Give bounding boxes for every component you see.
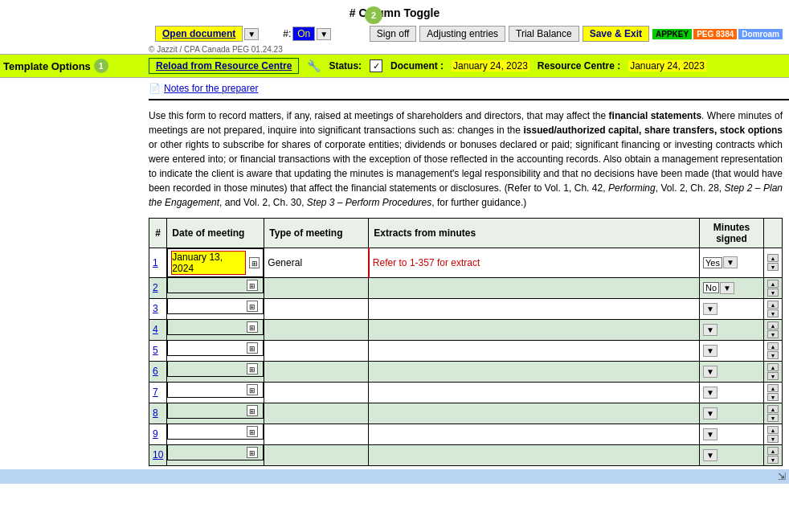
calendar-icon[interactable]: ⊞ bbox=[247, 342, 258, 354]
type-cell[interactable] bbox=[264, 403, 369, 424]
open-document-button[interactable]: Open document bbox=[155, 26, 243, 42]
type-cell[interactable] bbox=[264, 298, 369, 319]
row-num-link[interactable]: 10 bbox=[153, 449, 163, 460]
calendar-icon[interactable]: ⊞ bbox=[249, 257, 260, 268]
type-cell[interactable] bbox=[264, 319, 369, 340]
date-value[interactable]: January 13, 2024 bbox=[171, 251, 245, 275]
table-row: 2⊞No▼▲▼ bbox=[149, 277, 783, 298]
minutes-dropdown-arrow[interactable]: ▼ bbox=[703, 428, 717, 440]
calendar-icon[interactable]: ⊞ bbox=[247, 405, 258, 416]
calendar-icon[interactable]: ⊞ bbox=[247, 447, 258, 458]
row-move-down-button[interactable]: ▼ bbox=[767, 456, 779, 464]
extract-cell[interactable] bbox=[369, 319, 700, 340]
hash-on-group: #: On ▼ bbox=[283, 27, 331, 41]
reload-button[interactable]: Reload from Resource Centre bbox=[149, 58, 299, 74]
minutes-dropdown-arrow[interactable]: ▼ bbox=[703, 387, 717, 399]
trial-balance-button[interactable]: Trial Balance bbox=[509, 26, 579, 42]
minutes-dropdown-arrow[interactable]: ▼ bbox=[720, 282, 734, 294]
minutes-dropdown-arrow[interactable]: ▼ bbox=[703, 324, 717, 336]
row-num-link[interactable]: 9 bbox=[153, 428, 158, 440]
minutes-dropdown-arrow[interactable]: ▼ bbox=[703, 366, 717, 378]
notes-link[interactable]: Notes for the preparer bbox=[164, 83, 258, 94]
row-num-link[interactable]: 6 bbox=[153, 366, 158, 377]
minutes-dropdown-arrow[interactable]: ▼ bbox=[703, 407, 717, 419]
col-header-minutes: Minutessigned bbox=[700, 219, 764, 248]
minutes-dropdown-arrow[interactable]: ▼ bbox=[703, 449, 717, 461]
row-number: 2 bbox=[149, 277, 167, 298]
row-num-link[interactable]: 7 bbox=[153, 387, 158, 398]
row-num-link[interactable]: 2 bbox=[153, 282, 158, 293]
row-move-up-button[interactable]: ▲ bbox=[767, 254, 779, 262]
extract-cell[interactable] bbox=[369, 424, 700, 444]
row-number: 10 bbox=[149, 444, 167, 465]
type-cell[interactable] bbox=[264, 382, 369, 403]
row-num-link[interactable]: 4 bbox=[153, 324, 158, 335]
row-move-up-button[interactable]: ▲ bbox=[767, 363, 779, 371]
extract-cell[interactable] bbox=[369, 382, 700, 403]
type-cell[interactable]: General bbox=[264, 248, 369, 278]
toolbar-row: Open document ▼ #: On ▼ Sign off Adjusti… bbox=[0, 23, 789, 45]
row-move-down-button[interactable]: ▼ bbox=[767, 351, 779, 359]
minutes-cell: ▼ bbox=[700, 298, 764, 319]
row-move-up-button[interactable]: ▲ bbox=[767, 301, 779, 309]
row-move-up-button[interactable]: ▲ bbox=[767, 447, 779, 455]
extract-cell[interactable] bbox=[369, 444, 700, 465]
minutes-select[interactable]: Yes bbox=[703, 257, 722, 268]
extract-cell[interactable] bbox=[369, 361, 700, 382]
extract-cell[interactable]: Refer to 1-357 for extract bbox=[369, 248, 700, 278]
row-num-link[interactable]: 5 bbox=[153, 345, 158, 356]
calendar-icon[interactable]: ⊞ bbox=[247, 321, 258, 333]
calendar-icon[interactable]: ⊞ bbox=[247, 363, 258, 374]
date-cell: ⊞ bbox=[167, 298, 264, 314]
minutes-select[interactable]: No bbox=[703, 282, 719, 293]
row-move-up-button[interactable]: ▲ bbox=[767, 426, 779, 434]
on-button[interactable]: On bbox=[292, 27, 315, 41]
minutes-dropdown-arrow[interactable]: ▼ bbox=[723, 256, 738, 268]
calendar-icon[interactable]: ⊞ bbox=[247, 280, 258, 291]
calendar-icon[interactable]: ⊞ bbox=[247, 384, 258, 395]
calendar-icon[interactable]: ⊞ bbox=[247, 301, 258, 312]
row-num-link[interactable]: 1 bbox=[153, 257, 158, 268]
extract-cell[interactable] bbox=[369, 298, 700, 319]
row-move-up-button[interactable]: ▲ bbox=[767, 384, 779, 392]
minutes-dropdown-arrow[interactable]: ▼ bbox=[703, 303, 717, 315]
date-cell: ⊞ bbox=[167, 444, 264, 460]
row-move-down-button[interactable]: ▼ bbox=[767, 393, 779, 401]
resize-icon[interactable]: ⇲ bbox=[778, 471, 786, 482]
row-move-up-button[interactable]: ▲ bbox=[767, 405, 779, 413]
type-cell[interactable] bbox=[264, 340, 369, 361]
row-num-link[interactable]: 3 bbox=[153, 303, 158, 314]
extract-cell[interactable] bbox=[369, 277, 700, 298]
wrench-icon[interactable]: 🔧 bbox=[307, 59, 321, 72]
minutes-dropdown-arrow[interactable]: ▼ bbox=[703, 345, 717, 357]
type-cell[interactable] bbox=[264, 424, 369, 444]
notes-row: 📄 Notes for the preparer bbox=[0, 78, 789, 99]
row-move-up-button[interactable]: ▲ bbox=[767, 280, 779, 288]
row-move-up-button[interactable]: ▲ bbox=[767, 321, 779, 329]
row-move-down-button[interactable]: ▼ bbox=[767, 309, 779, 317]
table-row: 4⊞▼▲▼ bbox=[149, 319, 783, 340]
row-move-down-button[interactable]: ▼ bbox=[767, 414, 779, 422]
type-cell[interactable] bbox=[264, 277, 369, 298]
save-exit-button[interactable]: Save & Exit bbox=[583, 26, 649, 42]
row-move-down-button[interactable]: ▼ bbox=[767, 435, 779, 443]
sign-off-button[interactable]: Sign off bbox=[370, 26, 416, 42]
extract-cell[interactable] bbox=[369, 403, 700, 424]
type-cell[interactable] bbox=[264, 444, 369, 465]
row-move-up-button[interactable]: ▲ bbox=[767, 342, 779, 350]
row-move-down-button[interactable]: ▼ bbox=[767, 330, 779, 338]
row-move-down-button[interactable]: ▼ bbox=[767, 289, 779, 297]
adjusting-entries-button[interactable]: Adjusting entries bbox=[419, 26, 505, 42]
type-cell[interactable] bbox=[264, 361, 369, 382]
date-cell: ⊞ bbox=[167, 340, 264, 356]
action-cell: ▲▼ bbox=[764, 298, 783, 319]
row-number: 3 bbox=[149, 298, 167, 319]
open-document-dropdown[interactable]: ▼ bbox=[244, 28, 259, 40]
row-move-down-button[interactable]: ▼ bbox=[767, 372, 779, 380]
on-dropdown[interactable]: ▼ bbox=[317, 28, 331, 40]
row-move-down-button[interactable]: ▼ bbox=[767, 263, 779, 271]
appkey-badge: APPKEY bbox=[652, 29, 692, 39]
extract-cell[interactable] bbox=[369, 340, 700, 361]
calendar-icon[interactable]: ⊞ bbox=[247, 426, 258, 437]
row-num-link[interactable]: 8 bbox=[153, 407, 158, 419]
